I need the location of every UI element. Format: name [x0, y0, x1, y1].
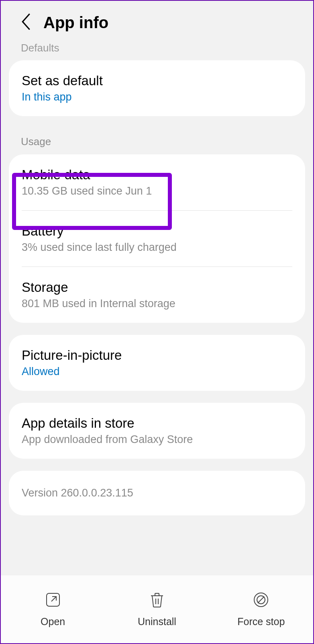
- storage-sub: 801 MB used in Internal storage: [22, 297, 292, 310]
- battery-row[interactable]: Battery 3% used since last fully charged: [9, 211, 305, 267]
- set-as-default-sub: In this app: [22, 91, 292, 103]
- pip-row[interactable]: Picture-in-picture Allowed: [9, 335, 305, 391]
- section-label-defaults: Defaults: [1, 40, 313, 59]
- set-as-default-row[interactable]: Set as default In this app: [9, 60, 305, 116]
- svg-line-1: [51, 597, 56, 601]
- page-title: App info: [43, 14, 108, 32]
- store-row[interactable]: App details in store App downloaded from…: [9, 403, 305, 459]
- force-stop-label: Force stop: [237, 616, 285, 628]
- usage-card: Mobile data 10.35 GB used since Jun 1 Ba…: [9, 154, 305, 323]
- open-label: Open: [41, 616, 65, 628]
- battery-sub: 3% used since last fully charged: [22, 241, 292, 254]
- store-sub: App downloaded from Galaxy Store: [22, 433, 292, 446]
- pip-card: Picture-in-picture Allowed: [9, 335, 305, 391]
- uninstall-button[interactable]: Uninstall: [105, 591, 209, 628]
- section-label-usage: Usage: [1, 128, 313, 153]
- header: App info: [1, 1, 313, 40]
- bottom-bar: Open Uninstall Force stop: [1, 575, 313, 643]
- back-icon[interactable]: [21, 13, 31, 32]
- trash-icon: [148, 591, 166, 610]
- set-as-default-title: Set as default: [22, 73, 292, 88]
- version-text: Version 260.0.0.23.115: [22, 487, 292, 499]
- open-button[interactable]: Open: [1, 591, 105, 628]
- stop-icon: [252, 591, 270, 610]
- svg-line-7: [258, 597, 264, 603]
- open-icon: [44, 591, 62, 610]
- uninstall-label: Uninstall: [138, 616, 176, 628]
- mobile-data-sub: 10.35 GB used since Jun 1: [22, 185, 292, 197]
- storage-title: Storage: [22, 280, 292, 295]
- version-card: Version 260.0.0.23.115: [9, 471, 305, 515]
- defaults-card: Set as default In this app: [9, 60, 305, 116]
- store-title: App details in store: [22, 416, 292, 431]
- pip-title: Picture-in-picture: [22, 348, 292, 363]
- mobile-data-row[interactable]: Mobile data 10.35 GB used since Jun 1: [9, 154, 305, 210]
- pip-sub: Allowed: [22, 365, 292, 378]
- force-stop-button[interactable]: Force stop: [209, 591, 313, 628]
- store-card: App details in store App downloaded from…: [9, 403, 305, 459]
- storage-row[interactable]: Storage 801 MB used in Internal storage: [9, 267, 305, 323]
- mobile-data-title: Mobile data: [22, 167, 292, 183]
- battery-title: Battery: [22, 224, 292, 239]
